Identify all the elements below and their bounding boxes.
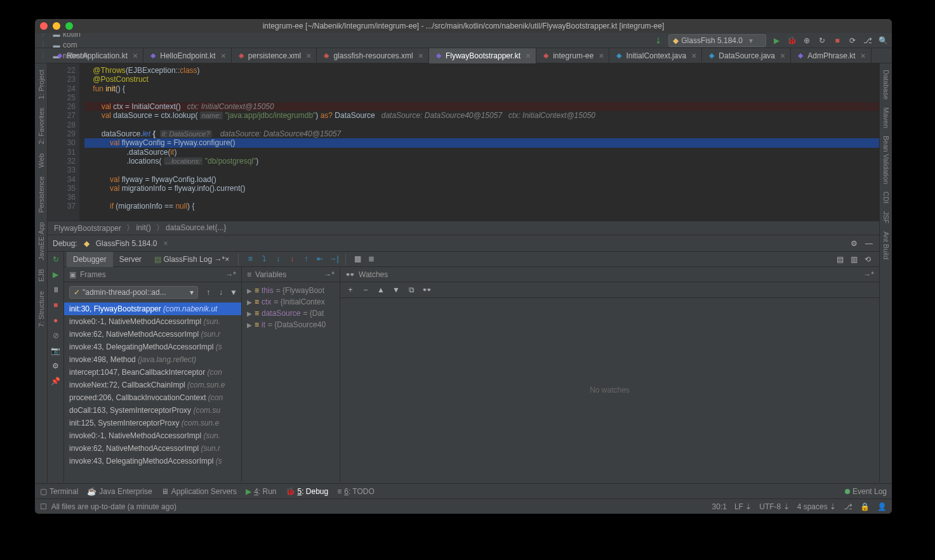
stack-frame[interactable]: doCall:163, SystemInterceptorProxy (com.… bbox=[64, 404, 241, 417]
show-exec-icon[interactable]: ≡ bbox=[245, 254, 255, 264]
layout-icon[interactable]: ▤ bbox=[835, 254, 845, 264]
tool-window-tab[interactable]: CDI bbox=[882, 188, 890, 207]
run-tab[interactable]: ▶4: Run bbox=[246, 487, 276, 496]
thread-selector[interactable]: ✓"admin-thread-pool::ad...▾ bbox=[69, 286, 198, 299]
minimize-icon[interactable]: — bbox=[864, 238, 874, 249]
stack-frame[interactable]: proceed:206, CallbackInvocationContext (… bbox=[64, 391, 241, 404]
update-button[interactable]: ⟳ bbox=[847, 36, 858, 46]
event-log-tab[interactable]: Event Log bbox=[845, 487, 887, 496]
stack-frame[interactable]: init:125, SystemInterceptorProxy (com.su… bbox=[64, 417, 241, 429]
tool-window-tab[interactable]: Persistence bbox=[37, 173, 45, 216]
search-icon[interactable]: 🔍 bbox=[878, 36, 888, 46]
camera-icon[interactable]: 📷 bbox=[51, 346, 61, 356]
lock-icon[interactable]: 🔒 bbox=[860, 502, 870, 511]
stack-frame[interactable]: invoke:62, NativeMethodAccessorImpl (sun… bbox=[64, 328, 241, 341]
prev-frame-icon[interactable]: ↑ bbox=[203, 287, 213, 297]
code-editor[interactable]: 22232425262728293031323334353637 @Throws… bbox=[48, 63, 879, 221]
tool-window-tab[interactable]: EJB bbox=[37, 265, 45, 285]
variable-row[interactable]: ▶ ≡ dataSource = {Dat bbox=[244, 308, 337, 319]
window-title: integrum-ee [~/Nabenik/Integrum/integrum… bbox=[35, 22, 892, 30]
pause-icon[interactable]: ⏸ bbox=[51, 285, 61, 295]
pin-icon[interactable]: 📌 bbox=[51, 376, 61, 386]
breakpoints-icon[interactable]: ● bbox=[51, 315, 61, 325]
tool-window-tab[interactable]: Database bbox=[882, 66, 890, 103]
editor-tab[interactable]: ◆RestApplication.kt× bbox=[50, 48, 143, 63]
tool-window-tab[interactable]: JSF bbox=[882, 207, 890, 228]
stop-icon[interactable]: ■ bbox=[51, 300, 61, 310]
cursor-position[interactable]: 30:1 bbox=[712, 502, 727, 511]
stack-frame[interactable]: invokeNext:72, CallbackChainImpl (com.su… bbox=[64, 379, 241, 391]
debug-button[interactable]: 🐞 bbox=[786, 36, 797, 46]
variable-row[interactable]: ▶ ≡ this = {FlywayBoot bbox=[244, 285, 337, 296]
filter-icon[interactable]: ▼ bbox=[229, 287, 239, 297]
tool-window-tab[interactable]: Bean Validation bbox=[882, 132, 890, 188]
stack-frame[interactable]: invoke0:-1, NativeMethodAccessorImpl (su… bbox=[64, 315, 241, 328]
build-icon[interactable]: ⤓ bbox=[653, 36, 663, 46]
glasses-icon[interactable]: 👓 bbox=[421, 285, 432, 295]
stack-frame[interactable]: init:30, FlywayBootstrapper (com.nabenik… bbox=[64, 303, 241, 315]
tool-window-tab[interactable]: 7: Structure bbox=[37, 287, 45, 331]
editor-tab[interactable]: ◆AdmPhrase.kt× bbox=[791, 48, 872, 63]
tool-window-tab[interactable]: JavaEE:App bbox=[37, 218, 45, 264]
resume-icon[interactable]: ▶ bbox=[51, 270, 61, 280]
stack-frame[interactable]: invoke:62, NativeMethodAccessorImpl (sun… bbox=[64, 442, 241, 455]
git-icon[interactable]: ⎇ bbox=[844, 502, 852, 511]
profile-button[interactable]: ↻ bbox=[817, 36, 827, 46]
step-out-icon[interactable]: ↑ bbox=[301, 254, 311, 264]
todo-tab[interactable]: ≡6: TODO bbox=[337, 487, 375, 496]
inspector-icon[interactable]: 👤 bbox=[877, 502, 887, 511]
tool-window-tab[interactable]: Maven bbox=[882, 103, 890, 132]
editor-tab[interactable]: ◆integrum-ee× bbox=[536, 48, 609, 63]
add-watch-icon[interactable]: + bbox=[345, 285, 355, 295]
remove-watch-icon[interactable]: − bbox=[361, 285, 371, 295]
up-watch-icon[interactable]: ▲ bbox=[376, 285, 386, 295]
rerun-icon[interactable]: ↻ bbox=[51, 254, 61, 264]
variable-row[interactable]: ▶ ≡ it = {DataSource40 bbox=[244, 319, 337, 330]
glassfish-log-tab[interactable]: ▤ GlassFish Log →*× bbox=[148, 252, 235, 267]
step-into-icon[interactable]: ↓ bbox=[273, 254, 283, 264]
coverage-button[interactable]: ⊕ bbox=[802, 36, 812, 46]
stack-frame[interactable]: invoke:43, DelegatingMethodAccessorImpl … bbox=[64, 341, 241, 353]
server-tab[interactable]: Server bbox=[113, 252, 148, 267]
debugger-tab[interactable]: Debugger bbox=[67, 252, 113, 267]
mute-bp-icon[interactable]: ⊘ bbox=[51, 330, 61, 341]
drop-frame-icon[interactable]: ⇤ bbox=[315, 254, 325, 264]
evaluate-icon[interactable]: ▦ bbox=[352, 254, 362, 264]
editor-tab[interactable]: ◆persistence.xml× bbox=[232, 48, 317, 63]
run-config-dropdown[interactable]: ◆GlassFish 5.184.0▾ bbox=[668, 34, 766, 47]
run-button[interactable]: ▶ bbox=[771, 36, 781, 46]
next-frame-icon[interactable]: ↓ bbox=[216, 287, 226, 297]
editor-tab[interactable]: ◆DataSource.java× bbox=[702, 48, 791, 63]
copy-watch-icon[interactable]: ⧉ bbox=[406, 285, 416, 295]
javaee-tab[interactable]: ☕Java Enterprise bbox=[87, 487, 152, 496]
stack-frame[interactable]: invoke:498, Method (java.lang.reflect) bbox=[64, 353, 241, 366]
editor-tab[interactable]: ◆InitialContext.java× bbox=[609, 48, 702, 63]
settings-icon[interactable]: ⚙ bbox=[849, 238, 859, 249]
tool-window-tab[interactable]: 2: Favorites bbox=[37, 104, 45, 148]
code-breadcrumb[interactable]: FlywayBootstrapper 〉 init() 〉 dataSource… bbox=[48, 221, 879, 235]
tool-window-tab[interactable]: Ant Build bbox=[882, 228, 890, 263]
run-to-cursor-icon[interactable]: →| bbox=[329, 254, 339, 264]
restore-icon[interactable]: ⟲ bbox=[863, 254, 873, 264]
editor-tab[interactable]: ◆FlywayBootstrapper.kt× bbox=[429, 48, 536, 63]
close-icon[interactable]: × bbox=[163, 239, 168, 248]
settings2-icon[interactable]: ⚙ bbox=[51, 361, 61, 371]
variable-row[interactable]: ▶ ≡ ctx = {InitialContex bbox=[244, 296, 337, 308]
editor-tab[interactable]: ◆glassfish-resources.xml× bbox=[317, 48, 429, 63]
stack-frame[interactable]: intercept:1047, BeanCallbackInterceptor … bbox=[64, 366, 241, 379]
stack-frame[interactable]: invoke:43, DelegatingMethodAccessorImpl … bbox=[64, 455, 241, 467]
tool-window-tab[interactable]: 1: Project bbox=[37, 66, 45, 103]
step-over-icon[interactable]: ⤵ bbox=[259, 254, 269, 264]
down-watch-icon[interactable]: ▼ bbox=[391, 285, 401, 295]
appservers-tab[interactable]: 🖥Application Servers bbox=[161, 487, 237, 496]
tool-window-tab[interactable]: Web bbox=[37, 150, 45, 171]
debug-tab[interactable]: 🐞5: Debug bbox=[286, 487, 329, 496]
stop-button[interactable]: ■ bbox=[832, 36, 842, 46]
stack-frame[interactable]: invoke0:-1, NativeMethodAccessorImpl (su… bbox=[64, 429, 241, 442]
force-step-into-icon[interactable]: ↓ bbox=[287, 254, 297, 264]
layout2-icon[interactable]: ▥ bbox=[849, 254, 859, 264]
editor-tab[interactable]: ◆HelloEndpoint.kt× bbox=[143, 48, 232, 63]
trace-icon[interactable]: ≣ bbox=[366, 254, 376, 264]
terminal-tab[interactable]: ▢Terminal bbox=[40, 487, 78, 496]
vcs-icon[interactable]: ⎇ bbox=[863, 36, 873, 46]
